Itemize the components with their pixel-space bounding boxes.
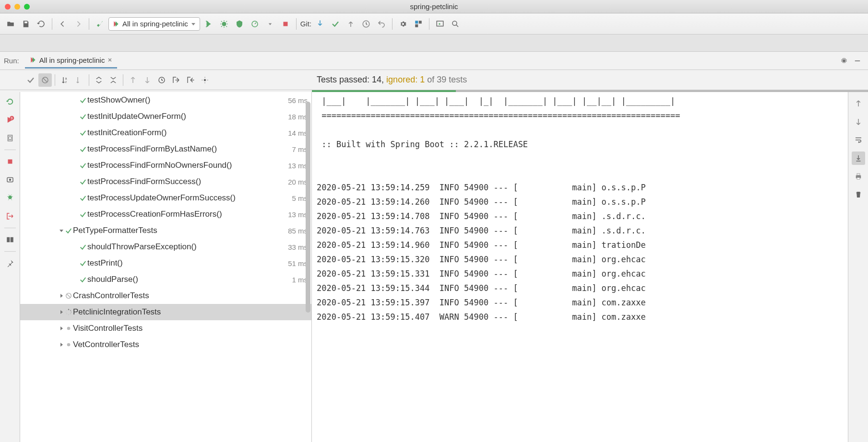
test-tree-row[interactable]: testProcessCreationFormHasErrors()13 ms (20, 206, 311, 222)
stop-tests-icon[interactable] (3, 155, 17, 168)
next-failed-icon[interactable] (141, 73, 154, 87)
save-icon[interactable] (19, 17, 33, 31)
scroll-down-icon[interactable] (852, 115, 865, 128)
maximize-window-button[interactable] (24, 4, 30, 10)
back-icon[interactable] (56, 17, 70, 31)
close-window-button[interactable] (5, 4, 11, 10)
minimize-window-button[interactable] (14, 4, 20, 10)
tree-arrow-icon[interactable] (59, 307, 64, 317)
exit-icon[interactable] (3, 209, 17, 223)
rerun-tests-icon[interactable] (3, 95, 17, 108)
test-tree-row[interactable]: shouldParse()1 ms (20, 271, 311, 288)
test-tree-row[interactable]: testProcessUpdateOwnerFormSuccess()5 ms (20, 190, 311, 206)
window-title: spring-petclinic (410, 2, 458, 11)
svg-rect-50 (857, 174, 860, 175)
scroll-to-end-icon[interactable] (852, 151, 865, 165)
git-revert-icon[interactable] (375, 17, 388, 31)
test-tree-row[interactable]: testShowOwner()56 ms (20, 92, 311, 108)
dump-threads-icon[interactable] (3, 173, 17, 186)
profile-icon[interactable] (248, 17, 262, 31)
git-push-icon[interactable] (344, 17, 357, 31)
test-tree-row[interactable]: VisitControllerTests (20, 320, 311, 337)
svg-rect-31 (7, 237, 10, 243)
test-tree-row[interactable]: CrashControllerTests (20, 288, 311, 304)
git-commit-icon[interactable] (329, 17, 342, 31)
test-history-icon[interactable] (155, 73, 168, 87)
svg-point-38 (70, 310, 71, 311)
test-summary: Tests passed: 14, ignored: 1 of 39 tests (312, 75, 472, 85)
test-name: testPrint() (87, 258, 288, 268)
import-tests-icon[interactable] (169, 73, 183, 87)
test-status-icon (64, 341, 73, 349)
rerun-icon[interactable] (202, 17, 215, 31)
forward-icon[interactable] (71, 17, 85, 31)
test-name: CrashControllerTests (73, 291, 308, 301)
close-tab-icon[interactable] (107, 58, 112, 62)
test-tree-row[interactable]: testPrint()51 ms (20, 255, 311, 271)
test-tree-row[interactable]: testProcessFindFormSuccess()20 ms (20, 174, 311, 190)
toggle-auto-test-icon[interactable] (3, 131, 17, 145)
restore-layout-icon[interactable] (3, 191, 17, 205)
test-tree-row[interactable]: testInitUpdateOwnerForm()18 ms (20, 108, 311, 125)
test-status-icon (79, 162, 87, 169)
search-icon[interactable] (449, 17, 462, 31)
prev-failed-icon[interactable] (126, 73, 140, 87)
layout-icon[interactable] (3, 233, 17, 246)
svg-rect-10 (419, 21, 422, 23)
test-name: testProcessUpdateOwnerFormSuccess() (87, 193, 292, 203)
stop-icon[interactable] (279, 17, 292, 31)
svg-rect-18 (855, 60, 860, 61)
test-options-icon[interactable] (198, 73, 212, 87)
scrollbar-thumb[interactable] (306, 102, 310, 313)
sort-icon[interactable]: az (58, 73, 71, 87)
debug-icon[interactable] (217, 17, 231, 31)
more-run-icon[interactable] (263, 17, 277, 31)
print-icon[interactable] (852, 170, 865, 183)
run-configuration-dropdown[interactable]: All in spring-petclinic (108, 17, 200, 31)
test-tree-row[interactable]: shouldThrowParseException()33 ms (20, 239, 311, 255)
git-history-icon[interactable] (359, 17, 373, 31)
test-tree-row[interactable]: testProcessFindFormNoOwnersFound()13 ms (20, 157, 311, 174)
test-duration: 56 ms (288, 96, 308, 105)
show-ignored-toggle[interactable] (38, 73, 52, 87)
test-status-icon (64, 227, 73, 234)
test-status-icon (79, 145, 87, 153)
settings-icon[interactable] (396, 17, 410, 31)
pin-icon[interactable] (3, 256, 17, 270)
gear-icon[interactable] (837, 54, 851, 68)
refresh-icon[interactable] (35, 17, 48, 31)
test-tree-row[interactable]: testProcessFindFormByLastName()7 ms (20, 141, 311, 157)
soft-wrap-icon[interactable] (852, 133, 865, 147)
test-tree-row[interactable]: VetControllerTests (20, 337, 311, 353)
svg-rect-9 (415, 21, 418, 23)
sort-duration-icon[interactable] (72, 73, 86, 87)
scroll-up-icon[interactable] (852, 97, 865, 110)
tree-arrow-icon[interactable] (59, 324, 64, 333)
svg-marker-47 (60, 343, 63, 347)
collapse-all-icon[interactable] (107, 73, 120, 87)
tree-arrow-icon[interactable] (59, 340, 64, 349)
run-tab[interactable]: All in spring-petclinic (25, 53, 118, 69)
test-tree-row[interactable]: testInitCreationForm()14 ms (20, 125, 311, 141)
expand-all-icon[interactable] (92, 73, 106, 87)
git-pull-icon[interactable] (313, 17, 327, 31)
coverage-icon[interactable] (233, 17, 246, 31)
open-icon[interactable] (4, 17, 17, 31)
build-icon[interactable] (93, 17, 107, 31)
run-anything-icon[interactable] (433, 17, 447, 31)
project-structure-icon[interactable] (412, 17, 425, 31)
show-passed-toggle[interactable] (24, 73, 37, 87)
test-tree-row[interactable]: PetclinicIntegrationTests (20, 304, 311, 320)
tree-arrow-icon[interactable] (59, 226, 64, 235)
test-tree-row[interactable]: PetTypeFormatterTests85 ms (20, 222, 311, 239)
tree-arrow-icon[interactable] (59, 291, 64, 301)
git-label: Git: (300, 20, 311, 28)
rerun-failed-icon[interactable]: 9 (3, 113, 17, 127)
test-name: PetTypeFormatterTests (73, 226, 288, 235)
export-tests-icon[interactable] (184, 73, 197, 87)
clear-icon[interactable] (852, 188, 865, 201)
svg-marker-1 (116, 21, 119, 27)
minimize-panel-icon[interactable] (851, 54, 864, 68)
console-output[interactable]: |___| |_______| |___| |___| |_| |_______… (312, 92, 848, 442)
test-tree[interactable]: testShowOwner()56 mstestInitUpdateOwnerF… (20, 92, 312, 442)
